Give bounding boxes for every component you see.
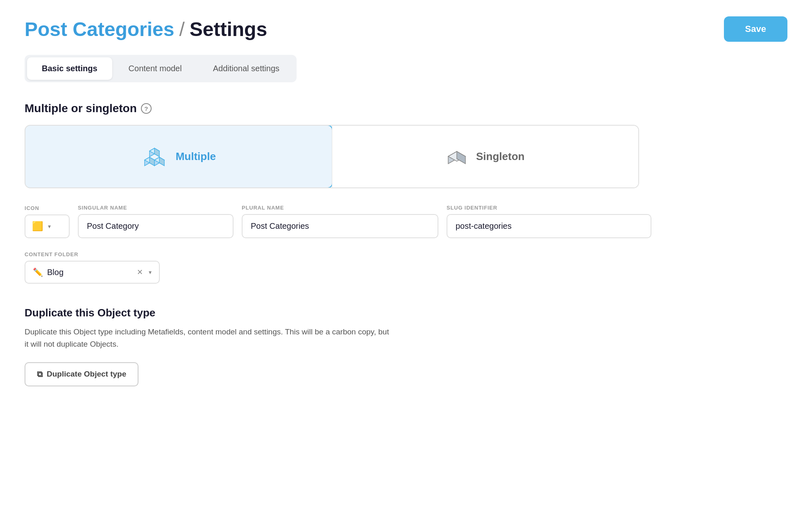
title-settings: Settings <box>190 18 267 41</box>
svg-marker-2 <box>150 157 154 166</box>
duplicate-section: Duplicate this Object type Duplicate thi… <box>25 307 787 386</box>
duplicate-description: Duplicate this Object type including Met… <box>25 326 393 351</box>
content-folder-select[interactable]: ✏️ Blog ✕ ▾ <box>25 261 160 284</box>
icon-select[interactable]: 🟨 ▾ <box>25 214 70 238</box>
title-separator: / <box>179 18 184 41</box>
svg-marker-8 <box>154 148 159 157</box>
slug-input[interactable] <box>447 214 651 238</box>
duplicate-button-label: Duplicate Object type <box>47 370 126 379</box>
section-title-multiple-singleton: Multiple or singleton ? <box>25 102 787 115</box>
slug-identifier-field-group: SLUG IDENTIFIER <box>447 205 651 238</box>
card-multiple[interactable]: Multiple <box>25 125 333 188</box>
svg-marker-5 <box>159 157 164 166</box>
multiple-singleton-section: Multiple or singleton ? <box>25 102 787 188</box>
multiple-icon <box>141 142 168 171</box>
fields-row: ICON 🟨 ▾ SINGULAR NAME PLURAL NAME SLUG … <box>25 205 787 238</box>
singleton-icon <box>446 144 468 169</box>
icon-emoji: 🟨 <box>32 221 43 232</box>
content-folder-label: CONTENT FOLDER <box>25 251 787 257</box>
page-header: Post Categories / Settings Save <box>25 16 787 42</box>
chevron-down-icon: ▾ <box>48 223 51 230</box>
tab-content-model[interactable]: Content model <box>114 57 197 80</box>
duplicate-title: Duplicate this Object type <box>25 307 787 319</box>
folder-chevron-icon[interactable]: ▾ <box>149 269 152 275</box>
tab-basic-settings[interactable]: Basic settings <box>27 57 112 80</box>
content-folder-group: CONTENT FOLDER ✏️ Blog ✕ ▾ <box>25 251 787 284</box>
card-singleton-label: Singleton <box>476 150 524 163</box>
slug-label: SLUG IDENTIFIER <box>447 205 651 211</box>
card-multiple-label: Multiple <box>176 150 216 163</box>
type-cards: Multiple Singleton <box>25 125 639 188</box>
plural-name-field-group: PLURAL NAME <box>242 205 438 238</box>
duplicate-button[interactable]: ⧉ Duplicate Object type <box>25 362 138 386</box>
singular-name-field-group: SINGULAR NAME <box>78 205 234 238</box>
card-singleton[interactable]: Singleton <box>332 126 639 187</box>
folder-value: Blog <box>47 268 133 277</box>
help-icon[interactable]: ? <box>141 103 152 114</box>
icon-label: ICON <box>25 205 70 211</box>
folder-emoji: ✏️ <box>33 267 43 277</box>
tab-additional-settings[interactable]: Additional settings <box>198 57 294 80</box>
singular-name-input[interactable] <box>78 214 234 238</box>
page-title: Post Categories / Settings <box>25 18 267 41</box>
plural-name-input[interactable] <box>242 214 438 238</box>
singular-name-label: SINGULAR NAME <box>78 205 234 211</box>
svg-marker-11 <box>457 151 465 164</box>
plural-name-label: PLURAL NAME <box>242 205 438 211</box>
tabs-container: Basic settings Content model Additional … <box>25 55 297 82</box>
title-object-type: Post Categories <box>25 18 174 41</box>
icon-field-group: ICON 🟨 ▾ <box>25 205 70 238</box>
save-button[interactable]: Save <box>724 16 787 42</box>
copy-icon: ⧉ <box>37 370 43 379</box>
clear-folder-icon[interactable]: ✕ <box>137 268 143 277</box>
